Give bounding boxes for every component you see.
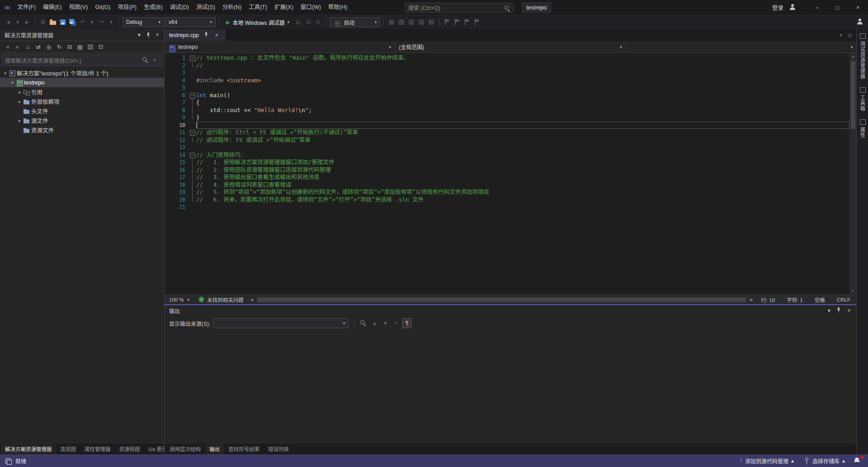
code-line-11[interactable]: 11// 运行程序: Ctrl + F5 或调试 >“开始执行(不调试)”菜单	[165, 129, 849, 137]
breakpoint-margin[interactable]	[165, 203, 172, 211]
fold-toggle-icon[interactable]	[189, 129, 196, 137]
outlining-icon[interactable]	[387, 17, 396, 27]
breakpoint-margin[interactable]	[165, 144, 172, 151]
expander-icon[interactable]: ▾	[2, 71, 9, 75]
decrease-indent-icon[interactable]	[417, 17, 426, 27]
column-indicator[interactable]: 字符: 1	[781, 296, 809, 303]
project-scope-dropdown[interactable]: testrepo	[165, 41, 395, 52]
breakpoint-margin[interactable]	[165, 77, 172, 85]
breakpoint-margin[interactable]	[165, 84, 172, 92]
code-line-19[interactable]: 19// 5. 转到“项目”>“添加新项”以创建新的代码文件，或转到“项目”>“…	[165, 189, 849, 196]
close-icon[interactable]: ×	[844, 306, 854, 316]
dock-tab[interactable]: 查找符号结果	[224, 443, 264, 454]
fold-toggle-icon[interactable]	[189, 151, 196, 159]
se-back-icon[interactable]: ◄	[3, 42, 12, 52]
search-options-icon[interactable]: ▾	[150, 55, 159, 65]
solution-configurations-dropdown[interactable]: Debug	[123, 17, 164, 27]
start-without-debugging-icon[interactable]: ▷	[294, 17, 303, 27]
code-line-16[interactable]: 16// 2. 使用团队资源管理器窗口连接到源代码管理	[165, 166, 849, 174]
breakpoint-margin[interactable]	[165, 196, 172, 204]
search-icon[interactable]	[141, 55, 150, 65]
output-source-dropdown[interactable]	[213, 318, 349, 328]
code-line-6[interactable]: 6int main()	[165, 92, 849, 99]
code-line-18[interactable]: 18// 4. 使用错误列表窗口查看错误	[165, 181, 849, 189]
scrollbar-thumb[interactable]	[257, 297, 746, 302]
se-preview-selected-icon[interactable]: ⊡	[96, 42, 105, 52]
code-line-5[interactable]: 5	[165, 84, 849, 92]
open-folder-icon[interactable]	[48, 17, 57, 27]
notifications-button[interactable]	[851, 457, 863, 465]
new-project-icon[interactable]: ⊞	[38, 17, 47, 27]
expander-icon[interactable]: ▾	[9, 80, 16, 85]
menu-item[interactable]: 项目(P)	[114, 0, 140, 15]
code-line-15[interactable]: 15// 1. 使用解决方案资源管理器窗口添加/管理文件	[165, 159, 849, 166]
expander-icon[interactable]: ▸	[16, 118, 23, 123]
scroll-left-icon[interactable]	[248, 297, 255, 302]
undo-caret-icon[interactable]: ▾	[88, 17, 97, 27]
zoom-dropdown[interactable]: 100 %	[165, 295, 194, 304]
se-collapse-all-icon[interactable]: ⊟	[65, 42, 74, 52]
save-icon[interactable]	[58, 17, 67, 27]
code-line-12[interactable]: 12// 调试程序: F5 或调试 >“开始调试”菜单	[165, 137, 849, 144]
maximize-button[interactable]: □	[827, 0, 848, 15]
select-repository-button[interactable]: 选择存储库	[800, 454, 849, 467]
expander-icon[interactable]: ▸	[16, 99, 23, 104]
breakpoint-margin[interactable]	[165, 174, 172, 181]
vertical-scrollbar[interactable]: ▲ ▼	[849, 53, 856, 294]
hot-reload-mode-dropdown[interactable]: 自动	[330, 17, 380, 27]
solution-explorer-search-input[interactable]: 搜索解决方案资源管理器(Ctrl+;) ▾	[2, 54, 162, 66]
menu-item[interactable]: 窗口(W)	[297, 0, 325, 15]
breakpoint-margin[interactable]	[165, 137, 172, 144]
auto-hide-tab[interactable]: 工具箱	[859, 86, 866, 111]
save-all-icon[interactable]	[68, 17, 77, 27]
dock-tab[interactable]: 资源视图	[115, 443, 144, 454]
increase-indent-icon[interactable]	[427, 17, 436, 27]
tree-item[interactable]: 资源文件	[0, 125, 164, 135]
se-home-icon[interactable]: ⌂	[24, 42, 33, 52]
menu-item[interactable]: 工具(T)	[245, 0, 271, 15]
breakpoint-margin[interactable]	[165, 69, 172, 77]
output-content[interactable]	[165, 330, 856, 443]
code-line-21[interactable]: 21	[165, 203, 849, 211]
horizontal-scrollbar[interactable]	[256, 297, 747, 303]
clear-bookmarks-icon[interactable]	[472, 17, 481, 27]
pin-icon[interactable]	[202, 30, 211, 40]
se-show-all-files-icon[interactable]: ▤	[75, 42, 85, 52]
menu-item[interactable]: 编辑(E)	[39, 0, 66, 15]
comment-selection-icon[interactable]	[397, 17, 406, 27]
solution-platforms-dropdown[interactable]: x64	[165, 17, 216, 27]
tree-item[interactable]: ▸源文件	[0, 116, 164, 125]
dock-tab[interactable]: 输出	[205, 443, 224, 454]
breakpoint-margin[interactable]	[165, 181, 172, 189]
menu-item[interactable]: 扩展(X)	[271, 0, 297, 15]
navigate-forward-icon[interactable]: ►	[23, 17, 32, 27]
line-indicator[interactable]: 行: 10	[755, 296, 781, 303]
output-find-icon[interactable]	[359, 318, 368, 328]
breakpoint-margin[interactable]	[165, 189, 172, 196]
dock-tab[interactable]: 调用层次结构	[165, 443, 205, 454]
scope-dropdown[interactable]: (全局范围)	[395, 41, 626, 52]
menu-item[interactable]: 测试(S)	[193, 0, 219, 15]
fold-toggle-icon[interactable]	[189, 92, 196, 99]
tree-item[interactable]: 头文件	[0, 106, 164, 116]
attach-to-process-icon[interactable]: ⊙	[304, 17, 313, 27]
breakpoint-margin[interactable]	[165, 114, 172, 122]
close-button[interactable]: ×	[848, 0, 868, 15]
menu-item[interactable]: 文件(F)	[14, 0, 39, 15]
hot-reload-icon[interactable]: ↻	[314, 17, 323, 27]
menu-item[interactable]: Git(G)	[91, 0, 114, 15]
code-line-7[interactable]: 7{	[165, 99, 849, 107]
breakpoint-margin[interactable]	[165, 99, 172, 107]
code-line-17[interactable]: 17// 3. 使用输出窗口查看生成输出和其他消息	[165, 174, 849, 181]
code-line-8[interactable]: 8 std::cout << "Hello World!\n";	[165, 107, 849, 114]
word-wrap-icon[interactable]: ¶	[402, 318, 411, 328]
auto-hide-tab[interactable]: 测试资源管理器	[859, 33, 866, 79]
breakpoint-margin[interactable]	[165, 151, 172, 159]
menu-item[interactable]: 调试(D)	[166, 0, 193, 15]
code-line-14[interactable]: 14// 入门使用技巧:	[165, 151, 849, 159]
se-properties-icon[interactable]	[86, 42, 95, 52]
code-line-1[interactable]: 1// testrepo.cpp : 此文件包含 "main" 函数。程序执行将…	[165, 54, 849, 62]
scrollbar-thumb[interactable]	[851, 61, 855, 129]
close-icon[interactable]: ×	[212, 30, 221, 40]
expander-icon[interactable]: ▸	[16, 90, 23, 94]
